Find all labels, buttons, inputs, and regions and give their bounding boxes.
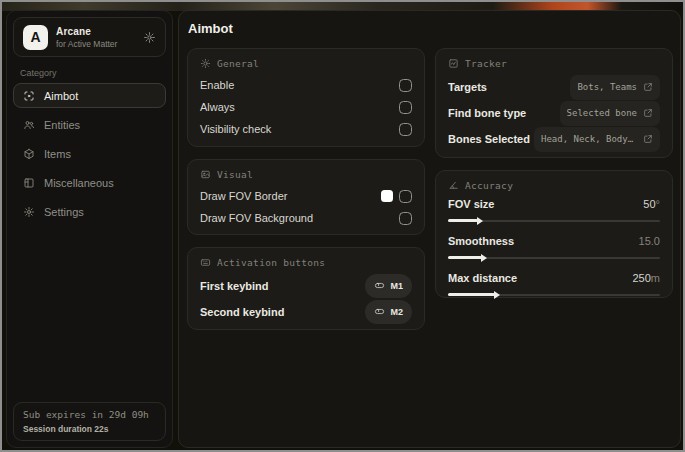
setting-row-draw-fov-background: Draw FOV Background [200, 207, 412, 229]
controls [381, 190, 412, 203]
setting-label: Max distance [448, 272, 517, 284]
card-activation-buttons: Activation buttons First keybind M1 Seco… [187, 247, 425, 330]
keybind-value: M2 [390, 307, 403, 317]
enable-checkbox[interactable] [399, 79, 412, 92]
select-value: Selected bone [567, 108, 637, 118]
bones-selected-select[interactable]: Head, Neck, Body, Pe... [534, 127, 660, 152]
card-visual: Visual Draw FOV Border Draw FOV Backgrou… [187, 159, 425, 235]
setting-label: First keybind [200, 280, 268, 292]
tracker-pulse-icon [448, 58, 459, 69]
setting-label: Visibility check [200, 123, 271, 135]
category-label: Category [20, 68, 159, 78]
card-general-header: General [200, 58, 412, 69]
setting-row-targets: Targets Bots, Teams [448, 74, 660, 100]
find-bone-type-select[interactable]: Selected bone [560, 101, 660, 126]
setting-row-bones-selected: Bones Selected Head, Neck, Body, Pe... [448, 126, 660, 152]
sidebar: A Arcane for Active Matter Category Aimb… [6, 10, 173, 448]
setting-row-second-keybind: Second keybind M2 [200, 299, 412, 325]
smoothness-slider[interactable] [448, 253, 660, 262]
cube-icon [23, 148, 35, 160]
card-title: Visual [217, 169, 253, 180]
users-icon [23, 119, 35, 131]
slider-thumb[interactable] [477, 217, 483, 225]
draw-fov-background-checkbox[interactable] [399, 212, 412, 225]
setting-label: Smoothness [448, 235, 514, 247]
setting-row-max-distance: Max distance 250m [448, 270, 660, 299]
gear-icon [23, 206, 35, 218]
setting-label: Bones Selected [448, 133, 530, 145]
setting-row-always: Always [200, 96, 412, 118]
max-distance-slider[interactable] [448, 290, 660, 299]
image-icon [200, 169, 211, 180]
card-accuracy: Accuracy FOV size 50° Smoothness 15.0 [435, 170, 673, 298]
slider-fill [448, 293, 495, 296]
fov-border-color-swatch[interactable] [381, 190, 393, 202]
slider-fill [448, 219, 478, 222]
sidebar-item-aimbot[interactable]: Aimbot [13, 83, 166, 108]
keyboard-icon [200, 257, 211, 268]
setting-label: Enable [200, 79, 234, 91]
first-keybind-button[interactable]: M1 [365, 274, 412, 298]
select-expand-icon [643, 130, 653, 148]
targets-select[interactable]: Bots, Teams [570, 75, 660, 100]
sidebar-item-items[interactable]: Items [13, 141, 166, 166]
always-checkbox[interactable] [399, 101, 412, 114]
setting-label: FOV size [448, 198, 494, 210]
card-accuracy-header: Accuracy [448, 180, 660, 191]
arcane-menu-window: A Arcane for Active Matter Category Aimb… [0, 0, 685, 452]
brand-initial: A [30, 29, 40, 45]
setting-row-draw-fov-border: Draw FOV Border [200, 185, 412, 207]
page-title: Aimbot [188, 21, 233, 36]
setting-label: Draw FOV Border [200, 190, 287, 202]
select-value: Head, Neck, Body, Pe... [541, 134, 637, 144]
select-value: Bots, Teams [577, 82, 637, 92]
slider-thumb[interactable] [481, 254, 487, 262]
mouse-icon [374, 277, 385, 295]
card-title: Tracker [465, 58, 507, 69]
setting-row-smoothness: Smoothness 15.0 [448, 233, 660, 262]
draw-fov-border-checkbox[interactable] [399, 190, 412, 203]
setting-label: Find bone type [448, 107, 526, 119]
sidebar-item-settings[interactable]: Settings [13, 199, 166, 224]
setting-row-fov-size: FOV size 50° [448, 196, 660, 225]
max-distance-value: 250m [632, 272, 660, 284]
setting-row-find-bone-type: Find bone type Selected bone [448, 100, 660, 126]
session-duration-text: Session duration 22s [23, 424, 156, 434]
setting-label: Targets [448, 81, 487, 93]
setting-label: Draw FOV Background [200, 212, 313, 224]
brand-logo: A [23, 25, 48, 50]
layout-panel-icon [23, 177, 35, 189]
setting-label: Always [200, 101, 235, 113]
card-tracker-header: Tracker [448, 58, 660, 69]
select-expand-icon [643, 104, 653, 122]
sidebar-item-miscellaneous[interactable]: Miscellaneous [13, 170, 166, 195]
sidebar-item-label: Miscellaneous [44, 177, 114, 189]
sidebar-nav: Aimbot Entities Items Miscellaneous [7, 83, 172, 224]
setting-row-visibility-check: Visibility check [200, 118, 412, 140]
second-keybind-button[interactable]: M2 [365, 300, 412, 324]
setting-row-first-keybind: First keybind M1 [200, 273, 412, 299]
fov-size-value: 50° [643, 198, 660, 210]
sidebar-item-label: Aimbot [44, 90, 78, 102]
fov-size-slider[interactable] [448, 216, 660, 225]
setting-row-enable: Enable [200, 74, 412, 96]
sidebar-item-entities[interactable]: Entities [13, 112, 166, 137]
subscription-info-box: Sub expires in 29d 09h Session duration … [13, 402, 166, 441]
sidebar-item-label: Settings [44, 206, 84, 218]
smoothness-value: 15.0 [639, 235, 660, 247]
card-general: General Enable Always Visibility check [187, 48, 425, 147]
gear-icon[interactable] [143, 31, 156, 44]
brand-card: A Arcane for Active Matter [13, 17, 166, 57]
sun-icon [200, 58, 211, 69]
keybind-value: M1 [390, 281, 403, 291]
sidebar-item-label: Items [44, 148, 71, 160]
select-expand-icon [643, 78, 653, 96]
sidebar-item-label: Entities [44, 119, 80, 131]
card-title: Activation buttons [217, 257, 325, 268]
card-tracker: Tracker Targets Bots, Teams Find bone ty… [435, 48, 673, 158]
brand-subtitle: for Active Matter [56, 39, 117, 49]
slider-thumb[interactable] [494, 291, 500, 299]
crosshair-scan-icon [23, 90, 35, 102]
card-title: Accuracy [465, 180, 513, 191]
visibility-check-checkbox[interactable] [399, 123, 412, 136]
